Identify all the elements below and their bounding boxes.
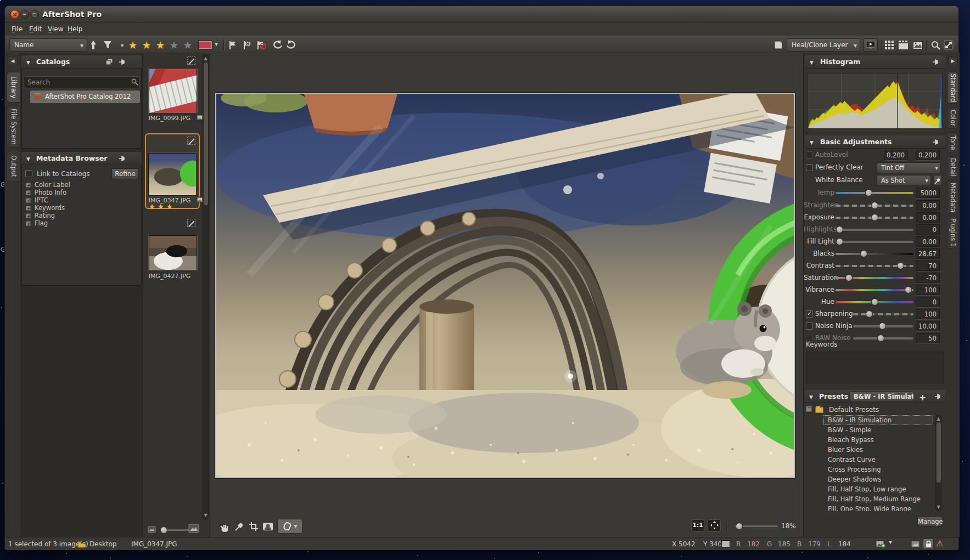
menu-file[interactable]: File xyxy=(9,22,25,36)
white-balance-eyedropper-button[interactable] xyxy=(933,175,942,186)
preset-item[interactable]: Fill, One Stop, Wide Range xyxy=(828,504,911,511)
stack-icon[interactable] xyxy=(105,58,113,66)
preset-item[interactable]: B&W - Simple xyxy=(828,425,871,435)
thumbnail-img-0347[interactable] xyxy=(148,153,197,196)
blacks-value[interactable]: 28.67 xyxy=(916,248,940,259)
raw-noise-slider-knob[interactable] xyxy=(877,335,884,342)
image-view-icon[interactable] xyxy=(912,39,924,51)
tab-metadata[interactable]: Metadata xyxy=(948,182,958,213)
collapse-icon[interactable] xyxy=(26,55,30,69)
saturation-slider[interactable] xyxy=(836,277,913,279)
sharpening-slider[interactable] xyxy=(853,313,913,315)
fill-light-slider-knob[interactable] xyxy=(836,238,843,245)
color-label-dropdown-icon[interactable] xyxy=(215,40,218,48)
sharpening-slider-knob[interactable] xyxy=(866,310,873,318)
sharpening-value[interactable]: 100 xyxy=(916,309,940,319)
photo-canvas[interactable] xyxy=(215,93,795,478)
tab-file-system[interactable]: File System xyxy=(7,106,20,148)
new-layer-icon[interactable] xyxy=(772,39,784,51)
metadata-field-flag[interactable]: Flag xyxy=(26,219,48,227)
minimize-button[interactable]: − xyxy=(20,10,29,19)
collapse-folder-icon[interactable] xyxy=(806,406,812,412)
current-folder[interactable]: Desktop xyxy=(89,538,117,551)
preset-item[interactable]: Deeper Shadows xyxy=(828,474,881,484)
layer-mode-dropdown[interactable]: Heal/Clone Layer xyxy=(787,38,860,52)
contrast-slider-knob[interactable] xyxy=(897,262,904,269)
metadata-browser-header[interactable]: Metadata Browser xyxy=(21,152,142,165)
vibrance-slider-knob[interactable] xyxy=(905,286,912,293)
tab-detail[interactable]: Detail xyxy=(948,156,958,178)
warning-icon[interactable]: ⚠ xyxy=(936,539,943,548)
scroll-down-icon[interactable]: ▼ xyxy=(203,513,208,518)
actual-size-button[interactable]: 1:1 xyxy=(691,519,704,531)
presets-header[interactable]: Presets B&W - IR Simulation + xyxy=(805,390,945,403)
autolevel-checkbox[interactable] xyxy=(806,151,813,159)
thumbnail-size-small-icon[interactable] xyxy=(148,526,156,533)
menu-help[interactable]: Help xyxy=(65,22,85,36)
rating-star-2[interactable] xyxy=(141,39,153,51)
expand-icon[interactable] xyxy=(26,198,31,203)
menu-view[interactable]: View xyxy=(46,22,65,36)
rating-star-4[interactable] xyxy=(168,39,180,51)
straighten-slider-knob[interactable] xyxy=(871,202,878,209)
rotate-left-icon[interactable] xyxy=(272,39,284,51)
flag-icon[interactable] xyxy=(227,39,239,51)
tab-color[interactable]: Color xyxy=(948,107,958,129)
expand-icon[interactable] xyxy=(26,213,31,218)
temp-slider[interactable] xyxy=(836,192,913,194)
tool-options-dropdown-icon[interactable] xyxy=(294,522,297,530)
fill-light-value[interactable]: 0.00 xyxy=(916,236,940,247)
basic-adjustments-header[interactable]: Basic Adjustments xyxy=(805,135,945,149)
thumbnail-star[interactable] xyxy=(166,202,173,211)
magnifier-icon[interactable] xyxy=(929,39,941,51)
scroll-up-icon[interactable]: ▲ xyxy=(203,56,208,61)
scroll-down-icon[interactable]: ▼ xyxy=(936,505,941,510)
sharpening-checkbox[interactable] xyxy=(806,310,813,318)
thumbnail-size-large-icon[interactable] xyxy=(188,524,199,533)
hue-value[interactable]: 0 xyxy=(916,297,940,307)
menu-edit[interactable]: Edit xyxy=(27,22,44,36)
catalog-search-input[interactable] xyxy=(24,76,140,88)
preset-item[interactable]: Cross Processing xyxy=(828,465,881,474)
pan-hand-tool-icon[interactable] xyxy=(219,521,231,533)
hue-slider-knob[interactable] xyxy=(871,298,878,306)
noise-ninja-value[interactable]: 10.00 xyxy=(916,321,940,331)
collapse-right-panel-icon[interactable]: ▶ xyxy=(948,56,958,65)
rating-none-dot[interactable] xyxy=(116,39,128,51)
pin-icon[interactable] xyxy=(119,58,126,66)
eyedropper-tool-icon[interactable] xyxy=(233,521,245,533)
pin-icon[interactable] xyxy=(932,58,940,66)
preset-item[interactable]: Fill, Half Stop, Low range xyxy=(828,484,906,494)
thumbnail-star[interactable] xyxy=(158,202,164,211)
expand-icon[interactable] xyxy=(26,221,31,226)
sort-direction-icon[interactable] xyxy=(87,39,99,51)
preset-item[interactable]: Bleach Bypass xyxy=(828,435,874,445)
noise-ninja-slider[interactable] xyxy=(853,325,913,327)
collapse-left-panel-icon[interactable]: ◀ xyxy=(8,56,18,65)
filmstrip-scrollbar[interactable]: ▲ ▼ xyxy=(203,54,209,519)
sort-by-dropdown[interactable]: Name xyxy=(9,38,87,52)
chevron-down-icon[interactable] xyxy=(889,538,892,546)
hue-slider[interactable] xyxy=(836,301,913,303)
vibrance-slider[interactable] xyxy=(836,289,913,291)
lock-icon[interactable] xyxy=(923,539,934,549)
scrollbar-thumb[interactable] xyxy=(204,63,208,205)
saturation-slider-knob[interactable] xyxy=(845,274,853,281)
histogram-header[interactable]: Histogram xyxy=(805,55,945,69)
exposure-slider[interactable] xyxy=(836,217,913,219)
thumbnail-size-knob[interactable] xyxy=(160,527,167,534)
rotate-right-icon[interactable] xyxy=(285,39,297,51)
saturation-value[interactable]: -70 xyxy=(916,273,940,283)
expand-icon[interactable] xyxy=(26,183,31,188)
collapse-icon[interactable] xyxy=(26,152,30,166)
maximize-button[interactable]: ▢ xyxy=(30,10,39,19)
preset-item[interactable]: Contrast Curve xyxy=(828,455,876,465)
collapse-icon[interactable] xyxy=(810,55,814,69)
output-photo-icon[interactable] xyxy=(876,540,885,548)
vibrance-value[interactable]: 100 xyxy=(916,285,940,295)
color-label-swatch[interactable] xyxy=(198,41,212,49)
filmstrip-view-icon[interactable] xyxy=(898,39,910,51)
thumbnail-star[interactable] xyxy=(149,202,155,211)
edit-marker-icon[interactable] xyxy=(187,56,195,65)
autolevel-value-2[interactable]: 0.200 xyxy=(916,150,940,160)
